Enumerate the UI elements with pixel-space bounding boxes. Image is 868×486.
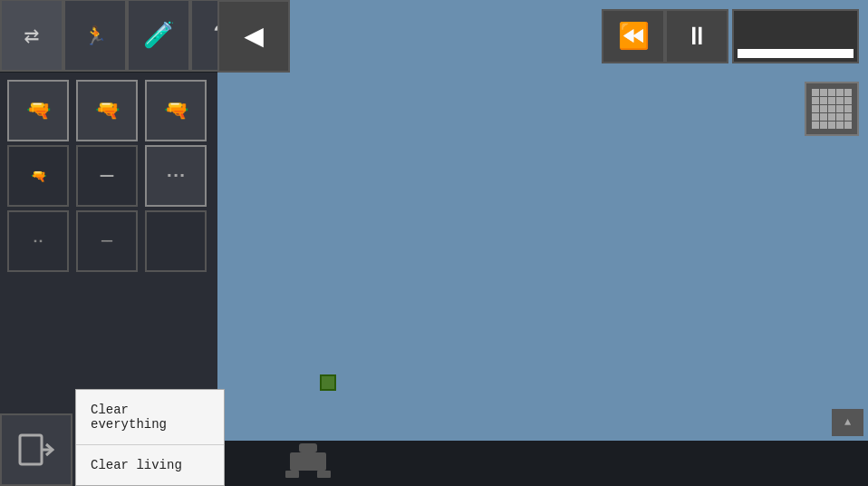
weapon-icon-6: ▪▪▪ (166, 170, 186, 182)
weapon-icon-3: 🔫 (164, 99, 188, 123)
bottom-bar (217, 441, 868, 486)
svg-rect-1 (290, 452, 326, 471)
weapon-grid: 🔫 🔫 🔫 🔫 ━━ ▪▪▪ ▪▪ ━━ (0, 73, 217, 279)
swap-icon: ⇄ (24, 20, 40, 51)
speed-bar-container (732, 9, 859, 63)
weapon-icon-4: 🔫 (31, 169, 46, 184)
exit-icon (18, 432, 54, 468)
weapon-icon-8: ━━ (101, 236, 112, 247)
svg-rect-3 (317, 471, 331, 478)
green-object (320, 374, 336, 391)
weapon-slot-3[interactable]: 🔫 (145, 80, 207, 141)
run-icon: 🏃 (84, 24, 107, 47)
game-area[interactable] (217, 0, 868, 441)
svg-rect-2 (285, 471, 299, 478)
context-menu: Clear everything Clear living (75, 389, 225, 486)
rewind-button[interactable]: ⏪ (602, 9, 665, 63)
character-silhouette (263, 434, 353, 486)
toolbar: ⇄ 🏃 🧪 ? (0, 0, 217, 73)
weapon-slot-8[interactable]: ━━ (76, 210, 138, 272)
weapon-slot-5[interactable]: ━━ (76, 145, 138, 207)
bottom-right-icon: ▲ (832, 409, 863, 436)
run-button[interactable]: 🏃 (63, 0, 127, 72)
weapon-icon-1: 🔫 (26, 99, 51, 123)
weapon-slot-7[interactable]: ▪▪ (7, 210, 69, 272)
clear-everything-button[interactable]: Clear everything (76, 390, 224, 445)
grid-toggle-button[interactable] (805, 82, 859, 136)
weapon-slot-6[interactable]: ▪▪▪ (145, 145, 207, 207)
swap-button[interactable]: ⇄ (0, 0, 63, 72)
back-button[interactable]: ◀ (217, 0, 290, 73)
weapon-icon-2: 🔫 (95, 99, 120, 123)
potion-button[interactable]: 🧪 (127, 0, 190, 72)
weapon-slot-9[interactable] (145, 210, 207, 272)
weapon-slot-2[interactable]: 🔫 (76, 80, 138, 141)
top-right-controls: ⏪ ⏸ (602, 9, 859, 63)
clear-living-button[interactable]: Clear living (76, 445, 224, 485)
potion-icon: 🧪 (143, 20, 175, 51)
weapon-icon-5: ━━ (101, 170, 113, 183)
speed-bar (738, 49, 854, 58)
weapon-slot-4[interactable]: 🔫 (7, 145, 69, 207)
pause-button[interactable]: ⏸ (665, 9, 728, 63)
rewind-icon: ⏪ (618, 21, 650, 52)
svg-rect-0 (299, 443, 317, 452)
exit-button[interactable] (0, 413, 72, 486)
grid-icon (812, 89, 852, 129)
pause-icon: ⏸ (684, 21, 709, 52)
weapon-icon-7: ▪▪ (33, 237, 43, 247)
svg-rect-4 (20, 435, 42, 464)
back-icon: ◀ (244, 16, 264, 56)
weapon-slot-1[interactable]: 🔫 (7, 80, 69, 141)
